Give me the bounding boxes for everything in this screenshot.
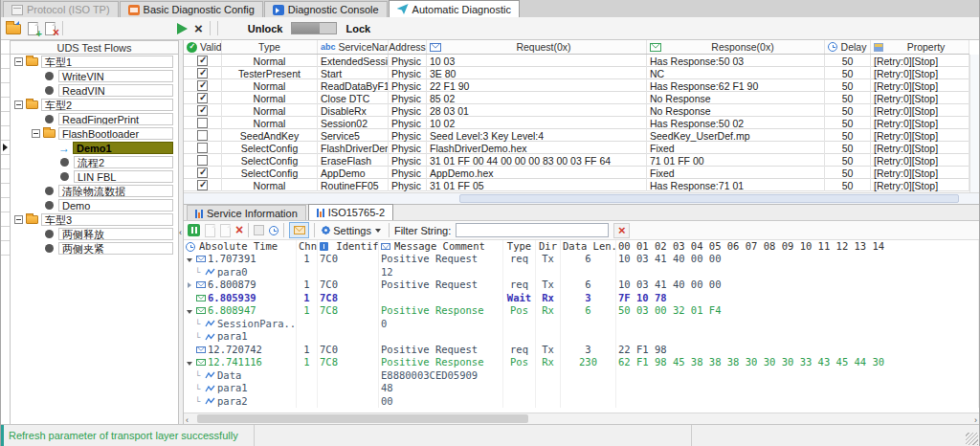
- trace-row[interactable]: 6.808947 1 7C8 Positive Response Pos Rx …: [184, 304, 979, 318]
- hscroll-thumb[interactable]: [459, 194, 959, 203]
- trace-row[interactable]: 1.707391 1 7C0 Positive Request req Tx 6…: [184, 253, 979, 266]
- valid-checkbox[interactable]: [197, 167, 208, 178]
- flow-table-row[interactable]: Normal ExtendedSession Physic 10 03 Has …: [184, 55, 969, 67]
- valid-checkbox[interactable]: [197, 56, 208, 66]
- expander-icon[interactable]: [194, 319, 203, 328]
- tree-item[interactable]: FlashBootloader: [11, 126, 178, 141]
- tree-item[interactable]: Demo1: [11, 141, 178, 155]
- chn-cell: 1: [297, 356, 318, 369]
- filter-input[interactable]: [456, 223, 609, 237]
- flow-table-row[interactable]: SelectConfig EraseFlash Physic 31 01 FF …: [184, 154, 969, 167]
- delete-flow-icon[interactable]: [45, 22, 56, 35]
- expander-icon[interactable]: [186, 358, 194, 368]
- tree-item[interactable]: 车型2: [11, 98, 178, 112]
- tree-item[interactable]: ReadVIN: [11, 83, 178, 98]
- valid-checkbox[interactable]: [197, 143, 208, 153]
- expander-icon[interactable]: [194, 267, 203, 277]
- flow-table-row[interactable]: SelectConfig FlashDriverDemo Physic Flas…: [184, 142, 969, 154]
- stop-log-icon[interactable]: [254, 225, 264, 235]
- tree-item[interactable]: Demo: [11, 198, 178, 212]
- time-mode-icon[interactable]: [269, 226, 278, 235]
- flow-table-row[interactable]: Normal Close DTC Physic 85 02 No Respons…: [184, 92, 969, 104]
- clear-trace-icon[interactable]: ×: [235, 224, 243, 236]
- valid-checkbox[interactable]: [197, 105, 208, 116]
- flow-table-row[interactable]: Normal ReadDataByF190 Physic 22 F1 90 Ha…: [184, 79, 969, 92]
- expander-icon[interactable]: [186, 345, 194, 354]
- collapse-chevron-icon[interactable]: [179, 228, 182, 237]
- trace-row[interactable]: 12.741116 1 7C8 Positive Response Pos Rx…: [184, 356, 979, 369]
- trace-row[interactable]: para1 48: [184, 382, 979, 395]
- trace-row[interactable]: Data E8880003CED05909: [184, 369, 979, 383]
- copy-icon[interactable]: [205, 224, 215, 237]
- open-folder-icon[interactable]: [6, 24, 21, 34]
- valid-checkbox[interactable]: [197, 118, 208, 128]
- trace-row[interactable]: 6.805939 1 7C8 Wait Rx 3 7F 10 78: [184, 292, 979, 305]
- flow-table-row[interactable]: Normal DisableRx Physic 28 03 01 No Resp…: [184, 104, 969, 117]
- resize-grip[interactable]: [966, 433, 978, 445]
- flow-table-vscrollbar[interactable]: [969, 55, 979, 192]
- property-cell: [Retry:0][Stop]: [871, 104, 969, 117]
- valid-checkbox[interactable]: [197, 80, 208, 91]
- trace-tab[interactable]: Service Information: [187, 205, 306, 220]
- run-button[interactable]: [177, 23, 188, 34]
- flow-table-row[interactable]: Normal RoutineFF05 Physic 31 01 FF 05 Ha…: [184, 179, 969, 191]
- collapse-icon[interactable]: [14, 57, 23, 66]
- message-view-button[interactable]: [289, 222, 309, 238]
- lock-toggle[interactable]: [291, 22, 337, 34]
- collapse-icon[interactable]: [14, 215, 23, 224]
- tree-item-icon: [60, 158, 69, 167]
- property-cell: [Retry:0][Stop]: [871, 129, 969, 142]
- trace-row[interactable]: 6.800879 1 7C0 Positive Request req Tx 6…: [184, 279, 979, 292]
- add-flow-icon[interactable]: [28, 22, 38, 35]
- expander-icon[interactable]: [194, 370, 203, 380]
- trace-row[interactable]: SessionPara... 0: [184, 318, 979, 331]
- tree-item[interactable]: LIN FBL: [11, 169, 178, 184]
- collapse-icon[interactable]: [14, 100, 23, 109]
- toggle-knob[interactable]: [292, 23, 320, 33]
- expander-icon[interactable]: [186, 280, 194, 290]
- trace-row[interactable]: 12.720742 1 7C0 Positive Request req Tx …: [184, 344, 979, 357]
- flow-table-row[interactable]: TesterPresent Start Physic 3E 80 NC 50 […: [184, 67, 969, 79]
- tree-item[interactable]: 车型1: [11, 55, 178, 69]
- trace-tab[interactable]: ISO15765-2: [308, 204, 393, 220]
- flow-table-row[interactable]: SelectConfig AppDemo Physic AppDemo.hex …: [184, 167, 969, 179]
- tree-item[interactable]: 车型3: [11, 212, 178, 227]
- expander-icon[interactable]: [194, 396, 203, 406]
- main-tab[interactable]: Automatic Diagnostic: [389, 0, 520, 17]
- pause-icon[interactable]: [188, 224, 200, 236]
- tree-item[interactable]: 流程2: [11, 155, 178, 169]
- trace-hscroll-thumb[interactable]: [197, 414, 528, 423]
- flow-table-row[interactable]: Normal Session02 Physic 10 02 Has Respon…: [184, 117, 969, 129]
- expander-icon[interactable]: [186, 255, 194, 264]
- expander-icon[interactable]: [186, 306, 194, 316]
- settings-button[interactable]: Settings: [320, 225, 384, 236]
- trace-row[interactable]: para0 12: [184, 266, 979, 279]
- request-cell: 10 02: [427, 117, 647, 129]
- valid-checkbox[interactable]: [197, 130, 208, 141]
- trace-row[interactable]: para1: [184, 330, 979, 344]
- flow-table-hscrollbar[interactable]: [184, 192, 979, 204]
- flow-table-row[interactable]: SeedAndKey Service5 Physic Seed Level:3 …: [184, 129, 969, 142]
- valid-checkbox[interactable]: [197, 68, 208, 78]
- collapse-icon[interactable]: [32, 129, 40, 138]
- expander-icon[interactable]: [186, 293, 194, 302]
- tree-item[interactable]: WriteVIN: [11, 69, 178, 83]
- valid-checkbox[interactable]: [197, 180, 208, 190]
- main-tab[interactable]: Diagnostic Console: [264, 1, 388, 17]
- tree-item[interactable]: ReadFingerPrint: [11, 112, 178, 126]
- expander-icon[interactable]: [194, 384, 203, 393]
- row-type-icon: [196, 281, 206, 288]
- tree-item[interactable]: 清除物流数据: [11, 184, 178, 198]
- trace-hscrollbar[interactable]: [184, 413, 979, 424]
- tree-item[interactable]: 两侧夹紧: [11, 241, 178, 256]
- clear-filter-button[interactable]: [613, 223, 630, 238]
- expander-icon[interactable]: [194, 332, 203, 342]
- valid-checkbox[interactable]: [197, 155, 208, 166]
- trace-row[interactable]: para2 00: [184, 395, 979, 409]
- tree-item[interactable]: 两侧释放: [11, 227, 178, 241]
- main-tab[interactable]: Protocol (ISO TP): [3, 1, 119, 17]
- main-tab[interactable]: Basic Diagnostic Config: [120, 1, 263, 17]
- stop-button[interactable]: ×: [194, 22, 203, 35]
- paste-icon[interactable]: [220, 224, 231, 237]
- valid-checkbox[interactable]: [197, 93, 208, 103]
